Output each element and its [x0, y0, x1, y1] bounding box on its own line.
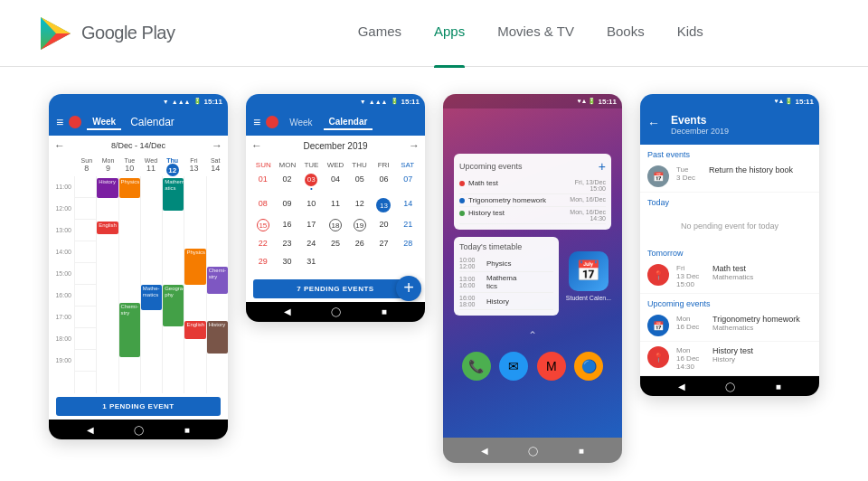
event-physics-tue[interactable]: Physics — [119, 178, 140, 198]
widget-event-2[interactable]: Trigonometry homework Mon, 16/Dec — [459, 194, 606, 207]
cell-dec-14[interactable]: 14 — [396, 195, 420, 215]
home-icon-4[interactable]: ◯ — [725, 382, 735, 391]
android-back-icon[interactable]: ◀ — [481, 446, 488, 456]
phone1-pending-btn[interactable]: 1 PENDING EVENT — [56, 397, 221, 416]
cell-dec-27[interactable]: 27 — [373, 235, 396, 252]
widget-event-1[interactable]: Math test Fri, 13/Dec15:00 — [459, 177, 606, 194]
back-icon-2[interactable]: ◀ — [284, 307, 291, 316]
cell-dec-21[interactable]: 21 — [396, 216, 420, 234]
cell-dec-25[interactable]: 25 — [324, 235, 347, 252]
timetable-row-3[interactable]: 16:0018:00 History — [459, 293, 553, 310]
cell-dec-13[interactable]: 13 — [373, 195, 396, 215]
event-history-mon[interactable]: History — [97, 178, 118, 198]
cell-dec-08[interactable]: 08 — [251, 195, 275, 215]
event-chemistry-tue[interactable]: Chemi­stry — [119, 303, 140, 357]
cell-dec-29[interactable]: 29 — [251, 253, 275, 270]
cell-dec-19[interactable]: 19 — [348, 216, 372, 234]
phone2-prev-month-btn[interactable]: ← — [251, 139, 262, 152]
back-icon[interactable]: ◀ — [87, 425, 94, 435]
cell-dec-26[interactable]: 26 — [348, 235, 372, 252]
cell-dec-23[interactable]: 23 — [276, 235, 299, 252]
cell-dec-07[interactable]: 07 — [396, 171, 420, 194]
widget-event-3-date: Mon, 16/Dec14:30 — [570, 209, 606, 222]
recent-icon-4[interactable]: ■ — [776, 382, 781, 391]
timetable-row-1[interactable]: 10:0012:00 Physics — [459, 255, 553, 272]
phone3-app-icon[interactable]: 📅 Student Calen... — [566, 237, 611, 316]
phone1-next-week-btn[interactable]: → — [212, 139, 222, 152]
day-tue-header: TUE — [299, 161, 324, 169]
cell-dec-31[interactable]: 31 — [299, 253, 323, 270]
main-content: ▼ ▲▲▲ 🔋 15:11 ≡ Week Calendar ← 8/Dec - … — [0, 67, 868, 481]
phone1-tab-week[interactable]: Week — [87, 115, 121, 130]
chrome-app-icon[interactable]: 🔵 — [574, 352, 603, 381]
widget-event-3[interactable]: History test Mon, 16/Dec14:30 — [459, 207, 606, 224]
event-history-test[interactable]: 📍 Mon 16 Dec 14:30 History test History — [640, 342, 819, 376]
home-icon[interactable]: ◯ — [134, 425, 144, 435]
event-math-wed[interactable]: Mathe­matics — [141, 285, 162, 310]
timetable-time-1: 10:0012:00 — [459, 257, 483, 269]
phone1-tab-calendar[interactable]: Calendar — [130, 116, 175, 128]
phone1-prev-week-btn[interactable]: ← — [54, 139, 65, 152]
nav-games[interactable]: Games — [358, 24, 401, 42]
cell-dec-02[interactable]: 02 — [276, 171, 299, 194]
phone2-pending-btn[interactable]: 7 PENDING EVENTS — [253, 279, 418, 298]
cell-dec-18[interactable]: 18 — [324, 216, 347, 234]
messages-app-icon[interactable]: ✉ — [499, 352, 528, 381]
cell-dec-04[interactable]: 04 — [324, 171, 347, 194]
nav-apps[interactable]: Apps — [434, 24, 465, 42]
event-english-mon[interactable]: English — [97, 222, 118, 234]
event-math-test[interactable]: 📍 Fri 13 Dec 15:00 Math test Mathematics — [640, 259, 819, 294]
cell-dec-09[interactable]: 09 — [276, 195, 299, 215]
widget-add-event-btn[interactable]: + — [599, 159, 606, 174]
event-english-fri[interactable]: English — [184, 321, 205, 339]
nav-movies-tv[interactable]: Movies & TV — [497, 24, 574, 42]
cell-dec-10[interactable]: 10 — [299, 195, 323, 215]
cell-dec-05[interactable]: 05 — [348, 171, 372, 194]
android-recent-icon[interactable]: ■ — [579, 446, 584, 456]
nav-kids[interactable]: Kids — [677, 24, 703, 42]
phone-app-icon[interactable]: 📞 — [462, 352, 491, 381]
cell-dec-12[interactable]: 12 — [348, 195, 372, 215]
day-fri-header: FRI — [372, 161, 396, 169]
cell-dec-17[interactable]: 17 — [299, 216, 323, 234]
cell-dec-06[interactable]: 06 — [373, 171, 396, 194]
event-return-history[interactable]: 📅 Tue 3 Dec Return the history book — [640, 161, 819, 193]
day-col-tue: Tue 10 — [118, 157, 140, 176]
cell-dec-28[interactable]: 28 — [396, 235, 420, 252]
cell-dec-20[interactable]: 20 — [373, 216, 396, 234]
cell-dec-15[interactable]: 15 — [251, 216, 275, 234]
phone2-fab-btn[interactable]: + — [396, 276, 421, 301]
gmail-app-icon[interactable]: M — [537, 352, 566, 381]
event-math-thu[interactable]: Mathem atics — [163, 178, 184, 211]
phone2-tab-calendar[interactable]: Calendar — [324, 115, 373, 130]
cell-dec-24[interactable]: 24 — [299, 235, 323, 252]
event-content-trig: Trigonometry homework Mathematics — [712, 315, 812, 332]
phone2-tab-week[interactable]: Week — [284, 116, 317, 129]
cell-dec-01[interactable]: 01 — [251, 171, 275, 194]
event-physics-fri[interactable]: Physics — [184, 249, 205, 285]
home-icon-2[interactable]: ◯ — [331, 307, 341, 316]
day-col-wed: Wed 11 — [140, 157, 162, 176]
phone2-next-month-btn[interactable]: → — [409, 139, 420, 152]
phone2-status-bar: ▼ ▲▲▲ 🔋 15:11 — [246, 94, 425, 108]
cell-dec-03[interactable]: 03 — [299, 171, 323, 194]
nav-books[interactable]: Books — [607, 24, 645, 42]
recent-icon[interactable]: ■ — [184, 425, 190, 435]
event-chem-sat[interactable]: Chemi­stry — [207, 267, 228, 294]
timetable-row-2[interactable]: 13:0016:00 Mathematics — [459, 272, 553, 293]
student-calendar-icon[interactable]: 📅 — [569, 251, 609, 291]
cell-dec-11[interactable]: 11 — [324, 195, 347, 215]
phone1-time: 15:11 — [204, 98, 222, 106]
cell-dec-16[interactable]: 16 — [276, 216, 299, 234]
cell-dec-22[interactable]: 22 — [251, 235, 275, 252]
recent-icon-2[interactable]: ■ — [382, 307, 387, 316]
widget-upcoming-header: Upcoming events + — [459, 159, 606, 174]
phone3-drawer-indicator[interactable]: ⌃ — [443, 323, 622, 346]
cell-dec-30[interactable]: 30 — [276, 253, 299, 270]
event-history-sat[interactable]: History — [207, 321, 228, 354]
event-geo-thu[interactable]: Geogra­phy — [163, 285, 184, 326]
back-icon-4[interactable]: ◀ — [678, 382, 685, 391]
android-home-icon[interactable]: ◯ — [528, 446, 538, 456]
event-trig-homework[interactable]: 📅 Mon 16 Dec Trigonometry homework Mathe… — [640, 310, 819, 342]
widget-event-1-name: Math test — [468, 179, 571, 187]
